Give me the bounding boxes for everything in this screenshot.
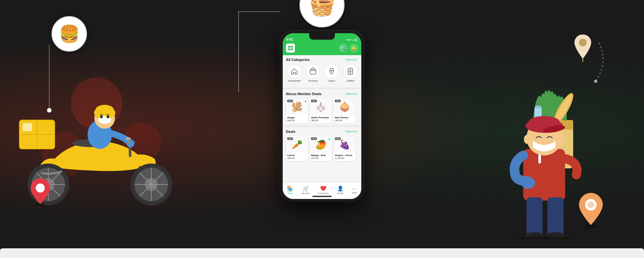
mango-info: Mango - Bud 210.00 bbox=[310, 153, 332, 161]
profile-nav-label: Profile bbox=[337, 192, 344, 194]
mango-price: 210.00 bbox=[311, 157, 330, 160]
delivery-section bbox=[464, 30, 618, 249]
nav-favourites[interactable]: ❤️ Favourites bbox=[318, 185, 329, 194]
carrot-heart[interactable]: ♡ bbox=[304, 137, 307, 141]
category-liquor[interactable]: Liquor > bbox=[323, 64, 340, 85]
product-ginger[interactable]: 1KG 🫚 ♥ Ginger 690.00 bbox=[286, 98, 308, 123]
svg-rect-36 bbox=[291, 48, 293, 50]
household-arrow: > bbox=[294, 83, 295, 85]
favourites-nav-label: Favourites bbox=[318, 192, 329, 194]
phone-device: 9:41 ●●● ▲ ▌ 🔍 bbox=[280, 31, 364, 202]
deals-header: Deals View All > bbox=[283, 127, 361, 135]
orange-location-pin bbox=[576, 191, 605, 230]
app-logo bbox=[286, 44, 295, 53]
ginger-info: Ginger 690.00 bbox=[286, 115, 308, 123]
app-content: All Categories View All > Household > bbox=[283, 55, 361, 195]
deals-view-all[interactable]: View All > bbox=[346, 130, 358, 133]
nexus-view-all[interactable]: View All > bbox=[346, 92, 358, 95]
household-label: Household bbox=[288, 79, 300, 82]
nav-more[interactable]: ··· More bbox=[352, 186, 357, 194]
grapes-heart[interactable]: ♡ bbox=[351, 137, 354, 141]
svg-point-69 bbox=[588, 202, 594, 208]
household-icon bbox=[287, 64, 301, 78]
garlic-info: Garlic Premium 380.00 bbox=[310, 115, 332, 123]
garlic-name: Garlic Premium bbox=[311, 116, 330, 119]
basket-icon-circle: 🧺 bbox=[299, 0, 345, 27]
liquor-icon bbox=[325, 64, 339, 78]
phone-screen: 9:41 ●●● ▲ ▌ 🔍 bbox=[283, 33, 361, 199]
cart-nav-label: My Cart bbox=[302, 192, 310, 194]
notification-icon[interactable]: 🔔 bbox=[350, 44, 358, 52]
categories-title: All Categories bbox=[286, 58, 310, 62]
liquor-label: Liquor bbox=[328, 79, 335, 82]
grapes-info: Grapes - Green 1,120.00 bbox=[334, 153, 355, 161]
category-grocery[interactable]: Grocery > bbox=[305, 64, 321, 85]
ginger-badge: 1KG bbox=[287, 100, 293, 102]
carrot-price: 490.00 bbox=[287, 157, 307, 160]
svg-rect-56 bbox=[526, 197, 543, 236]
deals-title: Deals bbox=[286, 130, 295, 134]
search-icon[interactable]: 🔍 bbox=[339, 44, 347, 52]
ginger-name: Ginger bbox=[287, 116, 307, 119]
profile-nav-icon: 👤 bbox=[337, 185, 344, 192]
phone-home-bar bbox=[312, 196, 332, 197]
svg-point-1 bbox=[36, 184, 45, 193]
mango-badge: 1KG bbox=[311, 137, 317, 140]
nexus-products-row: 1KG 🫚 ♥ Ginger 690.00 1KG 🧄 ♡ bbox=[283, 97, 361, 125]
category-household[interactable]: Household > bbox=[286, 64, 303, 85]
nav-cart[interactable]: 🛒 My Cart bbox=[302, 185, 310, 194]
wifi-icon: ▲ bbox=[352, 38, 355, 41]
svg-rect-57 bbox=[547, 197, 564, 236]
svg-rect-52 bbox=[535, 106, 541, 108]
grapes-name: Grapes - Green bbox=[335, 154, 354, 157]
chilled-arrow: > bbox=[350, 83, 351, 85]
line-dot bbox=[47, 108, 52, 113]
bottom-platform bbox=[0, 248, 644, 258]
liquor-arrow: > bbox=[331, 83, 332, 85]
onions-heart[interactable]: ♡ bbox=[351, 100, 354, 103]
svg-point-15 bbox=[107, 115, 109, 118]
garlic-price: 380.00 bbox=[311, 119, 330, 122]
battery-icon: ▌ bbox=[355, 38, 357, 41]
product-garlic[interactable]: 1KG 🧄 ♡ Garlic Premium 380.00 bbox=[310, 98, 332, 123]
status-time: 9:41 bbox=[287, 38, 293, 41]
category-chilled[interactable]: Chilled > bbox=[342, 64, 359, 85]
mango-name: Mango - Bud bbox=[311, 154, 330, 157]
nexus-deals-header: Nexus Member Deals View All > bbox=[283, 89, 361, 97]
nexus-deals-title: Nexus Member Deals bbox=[286, 92, 322, 96]
garlic-badge: 1KG bbox=[311, 100, 317, 102]
header-icons: 🔍 🔔 bbox=[339, 44, 358, 52]
app-header: 🔍 🔔 bbox=[283, 42, 361, 55]
svg-rect-37 bbox=[310, 69, 316, 74]
grocery-icon bbox=[306, 64, 320, 78]
svg-point-64 bbox=[524, 135, 530, 144]
nav-profile[interactable]: 👤 Profile bbox=[337, 185, 344, 194]
svg-point-32 bbox=[126, 137, 131, 140]
product-mango[interactable]: 1KG 🥭 ♥ Mango - Bud 210.00 bbox=[310, 136, 332, 161]
categories-view-all[interactable]: View All > bbox=[346, 58, 358, 61]
ginger-heart[interactable]: ♥ bbox=[305, 100, 307, 103]
onions-badge: 1KG bbox=[335, 100, 341, 102]
product-grapes[interactable]: 1KG 🍇 ♡ Grapes - Green 1,120.00 bbox=[334, 136, 355, 161]
phone-section: 🧺 9:41 ●●● ▲ ▌ bbox=[280, 6, 364, 202]
svg-point-46 bbox=[594, 80, 597, 83]
categories-header: All Categories View All > bbox=[283, 55, 361, 63]
onions-price: 260.00 bbox=[335, 119, 354, 122]
svg-point-43 bbox=[350, 73, 351, 74]
carrot-name: Carrot bbox=[287, 154, 307, 157]
garlic-heart[interactable]: ♡ bbox=[327, 100, 330, 103]
status-icons: ●●● ▲ ▌ bbox=[346, 38, 357, 41]
mango-heart[interactable]: ♥ bbox=[328, 137, 330, 141]
svg-rect-33 bbox=[288, 46, 290, 48]
rider-section bbox=[19, 30, 206, 249]
svg-point-12 bbox=[96, 105, 114, 114]
nav-store[interactable]: 🏪 Store bbox=[287, 185, 293, 194]
more-nav-label: More bbox=[352, 192, 357, 194]
categories-row: Household > Grocery > bbox=[283, 63, 361, 87]
product-red-onions[interactable]: 1KG 🧅 ♡ Red Onions 260.00 bbox=[334, 98, 355, 123]
product-carrot[interactable]: 1KG 🥕 ♡ Carrot 490.00 bbox=[286, 136, 308, 161]
store-nav-label: Store bbox=[288, 192, 293, 194]
basket-line-vertical bbox=[238, 11, 239, 92]
more-nav-icon: ··· bbox=[352, 186, 357, 191]
cart-nav-icon: 🛒 bbox=[303, 185, 309, 192]
